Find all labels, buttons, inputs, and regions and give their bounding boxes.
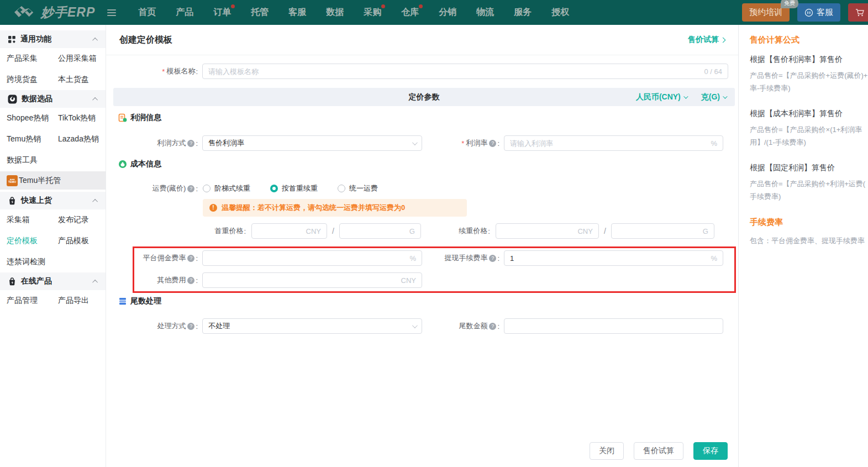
sidebar-item-public-collect-box[interactable]: 公用采集箱 — [58, 48, 106, 69]
nav-item-distribution[interactable]: 分销 — [439, 0, 456, 25]
notification-dot — [419, 4, 423, 8]
cost-icon — [118, 160, 127, 169]
formula-text: 产品售价=【产品采购价+运费(藏价)+ — [750, 69, 868, 82]
sidebar-item-tiktok-hot[interactable]: TikTok热销 — [58, 108, 106, 129]
radio-circle-icon — [338, 185, 345, 192]
chevron-up-icon — [92, 97, 98, 102]
nav-item-data[interactable]: 数据 — [326, 0, 344, 25]
char-counter: 0 / 64 — [704, 67, 722, 76]
nav-item-home[interactable]: 首页 — [138, 0, 156, 25]
first-weight-price-input[interactable] — [257, 227, 303, 235]
formula-text: 用】/(1-手续费率) — [750, 136, 868, 149]
help-icon[interactable] — [187, 323, 194, 330]
main-header: 创建定价模板 售价试算 — [106, 25, 738, 55]
next-weight-price-input[interactable] — [502, 227, 575, 235]
profit-rate-label: 利润率 — [422, 138, 499, 148]
chevron-up-icon — [92, 279, 98, 285]
sidebar-item-collect-box[interactable]: 采集箱 — [7, 209, 58, 230]
other-fee-input[interactable] — [208, 276, 398, 285]
help-icon[interactable] — [187, 255, 194, 262]
weight-unit-select[interactable]: 克(G) — [701, 92, 726, 102]
percent-suffix: % — [711, 254, 717, 263]
template-name-field: 0 / 64 — [202, 64, 728, 79]
profit-method-label: 利润方式 — [106, 138, 198, 148]
radio-first-weight[interactable]: 按首重续重 — [270, 183, 318, 193]
first-weight-grams-input[interactable] — [345, 227, 406, 235]
sidebar-item-publish-records[interactable]: 发布记录 — [58, 209, 106, 230]
grid-icon — [8, 35, 16, 44]
nav-item-product[interactable]: 产品 — [176, 0, 193, 25]
sidebar-item-shopee-hot[interactable]: Shopee热销 — [7, 108, 58, 129]
sidebar-item-product-export[interactable]: 产品导出 — [58, 290, 106, 311]
pricing-params-bar: 定价参数 人民币(CNY) 克(G) — [113, 88, 735, 106]
nav-item-order[interactable]: 订单 — [213, 0, 231, 25]
price-trial-link[interactable]: 售价试算 — [688, 35, 725, 45]
help-icon[interactable] — [489, 140, 496, 147]
sidebar-item-temu-hot[interactable]: Temu热销 — [7, 129, 58, 150]
next-weight-price-field: CNY — [496, 223, 599, 239]
book-training-button[interactable]: 预约培训 免费 — [742, 3, 790, 22]
save-button[interactable]: 保存 — [693, 442, 728, 460]
help-icon[interactable] — [187, 277, 194, 284]
profit-section-header: 利润信息 — [118, 112, 161, 123]
sidebar-item-pricing-template[interactable]: 定价模板 — [7, 230, 58, 251]
nav-item-logistics[interactable]: 物流 — [476, 0, 494, 25]
profit-method-select[interactable]: 售价利润率 — [202, 135, 422, 151]
currency-select[interactable]: 人民币(CNY) — [636, 92, 687, 102]
sidebar-item-product-template[interactable]: 产品模板 — [58, 230, 106, 251]
sidebar-section-quick-listing[interactable]: 快速上货 — [0, 192, 106, 209]
percent-suffix: % — [409, 254, 416, 263]
sidebar-section-online-products[interactable]: 在线产品 — [0, 272, 106, 290]
chevron-up-icon — [92, 198, 98, 204]
sidebar-item-lazada-hot[interactable]: Lazada热销 — [58, 129, 106, 150]
sidebar-item-temu-semi-managed[interactable]: ●●●TEMU Temu半托管 — [0, 171, 106, 190]
price-trial-button[interactable]: 售价试算 — [634, 442, 683, 460]
fee-rate-body: 包含：平台佣金费率、提现手续费率 — [750, 234, 868, 247]
nav-item-warehouse[interactable]: 仓库 — [401, 0, 419, 25]
next-weight-label: 续重价格 — [421, 226, 490, 236]
platform-commission-input[interactable] — [208, 254, 406, 263]
help-icon[interactable] — [489, 255, 496, 262]
sidebar-item-product-collect[interactable]: 产品采集 — [7, 48, 58, 69]
logo[interactable]: 妙手ERP — [14, 4, 95, 21]
commission-row: 平台佣金费率 % 提现手续费率 % — [106, 250, 738, 266]
radio-tiered-weight[interactable]: 阶梯式续重 — [203, 183, 250, 193]
menu-toggle-icon[interactable] — [107, 9, 116, 16]
sidebar-item-data-tools[interactable]: 数据工具 — [7, 150, 58, 171]
sidebar-group-general: 产品采集 公用采集箱 跨境货盘 本土货盘 — [0, 48, 106, 90]
order-cart-button[interactable]: 订 — [848, 3, 868, 22]
sidebar-item-banned-word-check[interactable]: 违禁词检测 — [7, 251, 58, 272]
sidebar-item-product-management[interactable]: 产品管理 — [7, 290, 58, 311]
page-title: 创建定价模板 — [119, 34, 172, 46]
help-icon[interactable] — [187, 140, 194, 147]
withdraw-fee-input[interactable] — [510, 254, 707, 263]
customer-support-button[interactable]: 客服 — [797, 3, 840, 22]
template-name-row: 模板名称 0 / 64 — [106, 64, 738, 79]
sidebar-section-data-selection[interactable]: 数据选品 — [0, 90, 106, 108]
sidebar-item-local-goods[interactable]: 本土货盘 — [58, 69, 106, 90]
sidebar: 通用功能 产品采集 公用采集箱 跨境货盘 本土货盘 数据选品 Shopee热销 … — [0, 25, 106, 467]
platform-commission-field: % — [202, 250, 422, 266]
help-icon[interactable] — [489, 323, 496, 330]
nav-item-authorization[interactable]: 授权 — [551, 0, 569, 25]
nav-item-hosting[interactable]: 托管 — [251, 0, 269, 25]
next-weight-grams-input[interactable] — [617, 227, 699, 235]
sidebar-section-general[interactable]: 通用功能 — [0, 30, 106, 48]
tail-method-select[interactable]: 不处理 — [202, 318, 422, 334]
nav-item-purchase[interactable]: 采购 — [364, 0, 381, 25]
profit-rate-input[interactable] — [510, 139, 707, 148]
close-button[interactable]: 关闭 — [590, 442, 624, 460]
shipping-type-label: 运费(藏价) — [106, 183, 198, 193]
tail-amount-field — [504, 318, 723, 334]
radio-uniform-shipping[interactable]: 统一运费 — [338, 183, 378, 193]
nav-item-service[interactable]: 客服 — [288, 0, 306, 25]
sidebar-item-crossborder-goods[interactable]: 跨境货盘 — [7, 69, 58, 90]
help-icon[interactable] — [187, 185, 194, 192]
fire-icon — [8, 95, 17, 104]
bag-lightning-icon — [8, 277, 17, 286]
g-suffix: G — [409, 227, 415, 235]
nav-item-services[interactable]: 服务 — [514, 0, 532, 25]
template-name-input[interactable] — [208, 67, 701, 76]
formula-panel-title: 售价计算公式 — [750, 35, 868, 45]
tail-amount-input[interactable] — [510, 322, 717, 330]
